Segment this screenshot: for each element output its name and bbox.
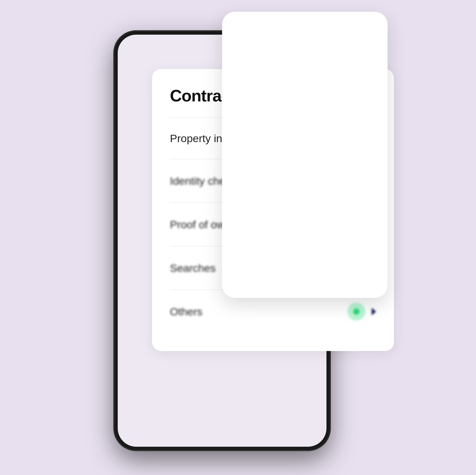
chevron-right-icon bbox=[372, 308, 376, 315]
decorative-card bbox=[222, 12, 388, 298]
phone-wrapper: Contract pack Property information forms… bbox=[114, 18, 362, 457]
item-label-others: Others bbox=[170, 306, 347, 318]
status-circle-others bbox=[347, 303, 365, 320]
status-dot-icon bbox=[353, 308, 360, 315]
